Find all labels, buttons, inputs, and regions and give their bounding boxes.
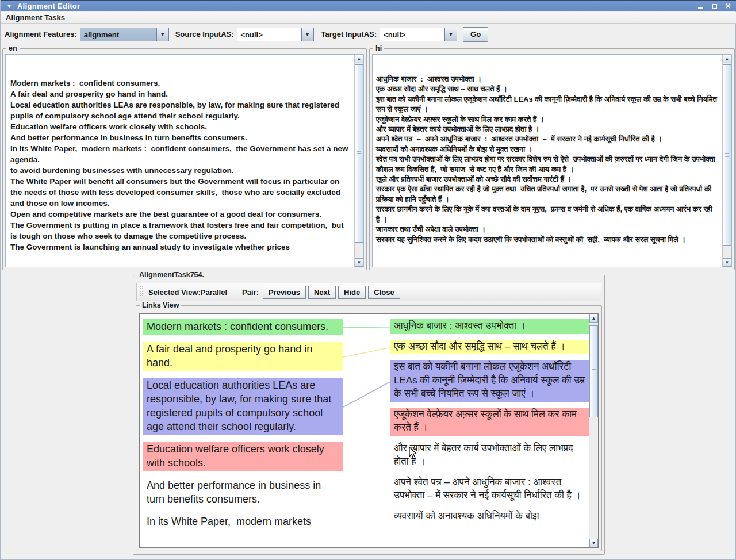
minimize-button[interactable] — [696, 2, 704, 10]
scroll-up-icon[interactable]: ▲ — [723, 55, 731, 63]
close-task-button[interactable]: Close — [368, 286, 400, 299]
target-text-area[interactable]: आधुनिक बाजार : आश्वस्त उपभोक्ता ।एक अच्छ… — [372, 54, 732, 267]
source-document-panel: en Modern markets : confident consumers.… — [2, 48, 367, 270]
links-view-panel: Links View Modern markets : confident co… — [136, 305, 602, 551]
main-toolbar: Alignment Features: alignment ▼ Source I… — [1, 24, 736, 45]
window-title: Alignment Editor — [17, 2, 80, 10]
aligned-sentence[interactable]: और व्यापार में बेहतर कार्य उपभोक्ताओं के… — [390, 442, 589, 470]
target-document-panel: hi आधुनिक बाजार : आश्वस्त उपभोक्ता ।एक अ… — [369, 48, 735, 270]
source-sentence: Open and competitive markets are the bes… — [10, 209, 350, 220]
links-view-canvas: Modern markets : confident consumers.A f… — [139, 313, 599, 548]
previous-button[interactable]: Previous — [263, 286, 306, 299]
aligned-sentence[interactable]: अपने श्वेत पत्र – अपने आधुनिक बाजार : आश… — [390, 475, 589, 504]
target-sentence: एक अच्छा सौदा और समृद्धि साथ – साथ चलते … — [376, 84, 718, 94]
aligned-sentence[interactable]: व्यवसायों को अनावश्यक अधिनियमों के बोझ — [390, 509, 589, 524]
target-sentences-column: आधुनिक बाजार : आश्वस्त उपभोक्ता ।एक अच्छ… — [390, 319, 589, 530]
source-sentence: The Government is launching an annual st… — [10, 241, 350, 252]
scroll-down-icon[interactable]: ▼ — [355, 258, 363, 267]
menu-item-alignment-tasks[interactable]: Alignment Tasks — [1, 13, 70, 22]
target-sentence: इस बात को यकीनी बनाना लोकल एजूकेशन अथॉरि… — [376, 94, 718, 114]
target-inputas-combo[interactable]: <null> ▼ — [379, 28, 457, 41]
target-sentence: सरकार छानबीन करने के लिए कि यूके में क्य… — [376, 204, 718, 224]
aligned-sentence[interactable]: इस बात को यकीनी बनाना लोकल एजूकेशन अथॉरि… — [390, 360, 589, 402]
target-scrollbar[interactable]: ▲ ▼ — [722, 55, 731, 267]
alignment-features-combo[interactable]: alignment ▼ — [80, 28, 169, 41]
alignment-task-title: AlignmentTask754. — [137, 271, 206, 279]
toolbar-grip-icon[interactable] — [140, 286, 144, 298]
source-sentence: And better performance in business in tu… — [10, 132, 350, 143]
aligned-sentence[interactable]: Local education authorities LEAs are res… — [143, 378, 343, 435]
target-sentence: खुले और प्रतिस्पर्धी बाजार उपभोक्ताओं को… — [376, 174, 718, 184]
next-button[interactable]: Next — [308, 286, 336, 299]
target-sentence: आधुनिक बाजार : आश्वस्त उपभोक्ता । — [376, 74, 718, 84]
source-pane-title: en — [6, 44, 20, 52]
alignment-features-label: Alignment Features: — [5, 30, 77, 39]
source-sentence: The White Paper will benefit all consume… — [10, 176, 350, 209]
source-sentence: to avoid burdening businesses with unnec… — [10, 165, 350, 176]
menu-bar: Alignment Tasks — [1, 12, 736, 24]
close-icon: ✕ — [725, 2, 731, 10]
aligned-sentence[interactable]: एजूकेशन वेल्फ़ेयर अफ़्सर स्कूलों के साथ … — [390, 408, 589, 436]
aligned-sentence[interactable]: एक अच्छा सौदा और समृद्धि साथ – साथ चलते … — [390, 340, 589, 355]
maximize-button[interactable] — [710, 2, 718, 10]
target-sentence: और व्यापार में बेहतर कार्य उपभोक्ताओं के… — [376, 124, 718, 134]
source-inputas-label: Source InputAS: — [175, 30, 234, 39]
mouse-cursor — [409, 447, 417, 459]
scroll-up-icon[interactable]: ▲ — [589, 314, 598, 323]
target-scrollbar-thumb[interactable] — [723, 64, 731, 246]
source-scrollbar[interactable]: ▲ ▼ — [354, 55, 363, 267]
source-inputas-combo[interactable]: <null> ▼ — [237, 28, 314, 41]
hide-button[interactable]: Hide — [338, 286, 366, 299]
target-inputas-label: Target InputAS: — [321, 30, 377, 39]
target-pane-title: hi — [373, 44, 384, 52]
source-sentence: Education welfare officers work closely … — [10, 121, 350, 132]
source-sentences-column: Modern markets : confident consumers.A f… — [143, 319, 343, 536]
target-sentence: जानकार तथा उँची अपेक्षा वाले उपभोक्ता । — [376, 224, 718, 234]
links-view-title: Links View — [140, 301, 181, 309]
task-toolbar: Selected View:Parallel Pair: Previous Ne… — [136, 283, 601, 301]
scroll-down-icon[interactable]: ▼ — [723, 258, 731, 267]
target-sentence: सरकार यह सुनिश्चित करने के लिए कदम उठाएग… — [376, 235, 718, 244]
chevron-down-icon[interactable]: ▼ — [156, 28, 168, 41]
target-sentence: एजूकेशन वेल्फ़ेयर अफ़्सर स्कूलों के साथ … — [376, 114, 718, 124]
application-window: ▼ Alignment Editor ✕ Alignment Tasks Ali… — [0, 0, 736, 560]
title-bar: ▼ Alignment Editor ✕ — [1, 0, 736, 11]
source-sentence: In its White Paper, modern markets : con… — [10, 143, 350, 165]
source-scrollbar-thumb[interactable] — [355, 64, 363, 243]
chevron-down-icon[interactable]: ▼ — [301, 28, 313, 41]
source-inputas-value: <null> — [237, 28, 301, 41]
alignment-task-frame: AlignmentTask754. Selected View:Parallel… — [133, 275, 605, 555]
target-sentence: श्वेत पत्र सभी उपभोक्ताओं के लिए लाभप्रद… — [376, 154, 718, 174]
aligned-sentence[interactable]: आधुनिक बाजार : आश्वस्त उपभोक्ता । — [390, 319, 589, 334]
selected-view-label: Selected View:Parallel — [148, 288, 227, 297]
scroll-down-icon[interactable]: ▼ — [589, 539, 598, 547]
source-sentence: The Government is putting in place a fra… — [10, 220, 350, 241]
target-sentence: व्यवसायों को अनावश्यक अधिनियमों के बोझ स… — [376, 144, 718, 154]
aligned-sentence[interactable]: In its White Paper, modern markets — [143, 514, 343, 530]
close-button[interactable]: ✕ — [724, 2, 732, 10]
source-sentence: A fair deal and prosperity go hand in ha… — [10, 89, 350, 99]
aligned-sentence[interactable]: Education welfare officers work closely … — [143, 442, 343, 471]
target-inputas-value: <null> — [380, 28, 444, 41]
links-scrollbar[interactable]: ▲ ▼ — [589, 314, 598, 547]
source-text-area[interactable]: Modern markets : confident consumers.A f… — [5, 54, 364, 267]
source-sentence: Modern markets : confident consumers. — [10, 78, 350, 89]
minimize-icon — [698, 7, 703, 9]
source-sentence: Local education authorities LEAs are res… — [10, 99, 350, 121]
go-button[interactable]: Go — [463, 27, 488, 42]
aligned-sentence[interactable]: And better performance in business in tu… — [143, 478, 343, 508]
scroll-up-icon[interactable]: ▲ — [355, 55, 363, 63]
maximize-icon — [712, 4, 717, 9]
target-sentence: सरकार एक ऐसा ढाँचा स्थापित कर रही है जो … — [376, 184, 718, 204]
aligned-sentence[interactable]: Modern markets : confident consumers. — [143, 319, 343, 335]
pair-label: Pair: — [242, 288, 259, 297]
target-sentence: अपने श्वेत पत्र – अपने आधुनिक बाजार : आश… — [376, 134, 718, 144]
chevron-down-icon[interactable]: ▼ — [444, 28, 457, 41]
alignment-features-value: alignment — [80, 28, 156, 41]
links-scrollbar-thumb[interactable] — [589, 325, 598, 417]
aligned-sentence[interactable]: A fair deal and prosperity go hand in ha… — [143, 342, 343, 371]
window-menu-icon[interactable]: ▼ — [6, 3, 12, 9]
